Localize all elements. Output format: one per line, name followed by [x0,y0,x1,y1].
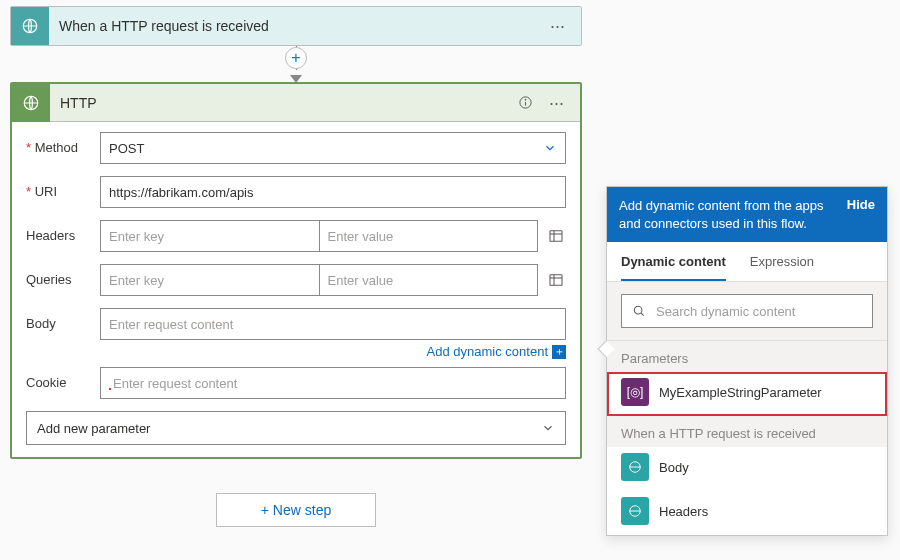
uri-label: * URI [26,176,100,199]
body-input[interactable]: Enter request content [100,308,566,340]
queries-label: Queries [26,264,100,287]
switch-mode-icon[interactable] [548,228,566,244]
flyout-banner: Add dynamic content from the apps and co… [607,187,887,242]
queries-value-input[interactable]: Enter value [319,264,539,296]
uri-input[interactable]: https://fabrikam.com/apis [100,176,566,208]
svg-rect-8 [550,275,562,286]
trigger-menu[interactable]: ··· [540,13,575,39]
method-value: POST [109,141,144,156]
flyout-item-headers[interactable]: Headers [607,491,887,535]
add-dynamic-content-link[interactable]: Add dynamic content ＋ [427,344,566,359]
add-parameter-select[interactable]: Add new parameter [26,411,566,445]
dynamic-content-flyout: Add dynamic content from the apps and co… [606,186,888,536]
svg-point-11 [634,306,642,314]
svg-rect-5 [550,231,562,242]
cookie-label: Cookie [26,367,100,390]
switch-mode-icon[interactable] [548,272,566,288]
svg-point-4 [525,99,526,100]
info-icon[interactable] [512,91,539,114]
dynamic-content-row: Add dynamic content ＋ [26,344,566,359]
http-card-header[interactable]: HTTP ··· [12,84,580,122]
flyout-hide-link[interactable]: Hide [847,197,875,232]
tab-dynamic-content[interactable]: Dynamic content [621,242,726,281]
http-menu[interactable]: ··· [539,90,574,116]
flyout-search-input[interactable]: Search dynamic content [621,294,873,328]
tab-expression[interactable]: Expression [750,242,814,281]
method-label: * Method [26,132,100,155]
http-chip-icon [621,497,649,525]
globe-icon [12,84,50,122]
body-label: Body [26,308,100,331]
plus-icon: ＋ [552,345,566,359]
chevron-down-icon [543,141,557,155]
headers-label: Headers [26,220,100,243]
cookie-input[interactable]: Enter request content [100,367,566,399]
svg-line-12 [641,313,644,316]
parameter-chip-icon: [◎] [621,378,649,406]
method-select[interactable]: POST [100,132,566,164]
chevron-down-icon [541,421,555,435]
http-card: HTTP ··· * Method POST * URI [10,82,582,459]
globe-icon [11,7,49,45]
flyout-item-body[interactable]: Body [607,447,887,491]
insert-step-button[interactable]: + [285,47,307,69]
http-chip-icon [621,453,649,481]
flyout-section-trigger: When a HTTP request is received [607,416,887,447]
trigger-card[interactable]: When a HTTP request is received ··· [10,6,582,46]
flyout-section-parameters: Parameters [607,341,887,372]
http-title: HTTP [50,95,512,111]
headers-key-input[interactable]: Enter key [100,220,319,252]
headers-value-input[interactable]: Enter value [319,220,539,252]
flyout-item-parameter[interactable]: [◎] MyExampleStringParameter [607,372,887,416]
search-icon [632,304,646,318]
connector: + [10,52,582,82]
new-step-button[interactable]: + New step [216,493,376,527]
queries-key-input[interactable]: Enter key [100,264,319,296]
trigger-title: When a HTTP request is received [49,18,540,34]
